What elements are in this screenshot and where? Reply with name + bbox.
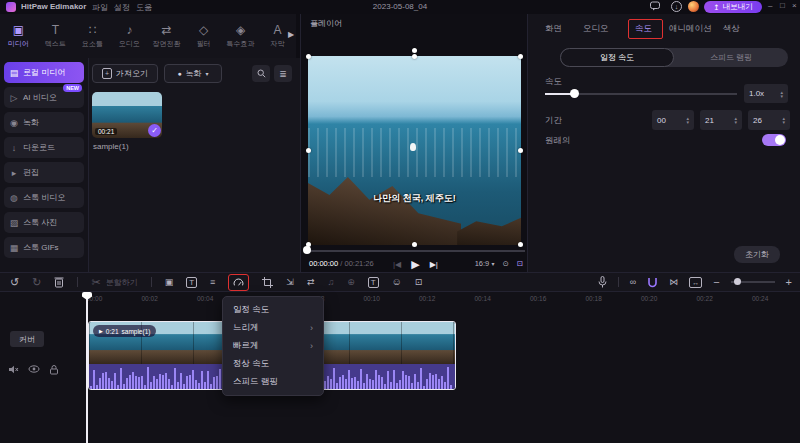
menu-item-speed-ramping[interactable]: 스피드 램핑 bbox=[223, 373, 323, 391]
speed-tool-icon[interactable] bbox=[232, 276, 245, 289]
video-canvas[interactable]: 나만의 천국, 제주도! bbox=[308, 56, 521, 245]
seek-bar[interactable] bbox=[305, 250, 525, 252]
mask-icon[interactable]: ▣ bbox=[165, 273, 174, 291]
selection-handle-tr[interactable] bbox=[518, 54, 523, 59]
duration-frames-input[interactable]: 26▴▾ bbox=[748, 110, 790, 130]
text-tool-icon[interactable]: T bbox=[186, 277, 197, 288]
mute-track-icon[interactable] bbox=[8, 364, 19, 375]
download-icon[interactable]: ↓ bbox=[671, 1, 682, 12]
text-box-icon[interactable]: T bbox=[368, 277, 379, 288]
tab-filter[interactable]: ◇필터 bbox=[185, 14, 222, 58]
sidebar-item-stock-video[interactable]: ◍스톡 비디오 bbox=[4, 187, 84, 208]
upload-frame-icon[interactable]: ⊡ bbox=[415, 273, 423, 291]
next-frame-icon[interactable]: ▶| bbox=[430, 260, 438, 269]
fullscreen-icon[interactable]: ⊡ bbox=[517, 259, 523, 268]
hide-track-icon[interactable] bbox=[28, 364, 40, 375]
face-effect-icon[interactable]: ☺ bbox=[392, 273, 402, 291]
lock-track-icon[interactable] bbox=[49, 364, 59, 375]
link-icon[interactable]: ∞ bbox=[630, 273, 636, 291]
selection-handle-mr[interactable] bbox=[518, 148, 523, 153]
split-icon[interactable]: ✂ bbox=[91, 273, 100, 291]
sidebar-item-stock-gifs[interactable]: ▦스톡 GIFs bbox=[4, 237, 84, 258]
timeline-ruler[interactable]: 00:0000:0200:0400:0600:0800:1000:1200:14… bbox=[0, 292, 800, 306]
record-button[interactable]: ●녹화▾ bbox=[164, 64, 222, 83]
stepper-down-icon[interactable]: ▾ bbox=[780, 94, 783, 98]
subtitle-tool-icon[interactable]: ≡ bbox=[210, 273, 215, 291]
tab-animation[interactable]: 애니메이션 bbox=[669, 23, 712, 35]
prev-frame-icon[interactable]: |◀ bbox=[393, 260, 401, 269]
audio-separate-icon[interactable]: ♫ bbox=[327, 273, 334, 291]
crop-icon[interactable] bbox=[262, 277, 273, 288]
sidebar-item-stock-photo[interactable]: ▨스톡 사진 bbox=[4, 212, 84, 233]
selection-handle-ml[interactable] bbox=[306, 148, 311, 153]
tab-audio[interactable]: ♪오디오 bbox=[111, 14, 148, 58]
feedback-icon[interactable] bbox=[650, 1, 663, 12]
expand-tabs-icon[interactable]: ▶ bbox=[288, 30, 294, 39]
selection-handle-bm[interactable] bbox=[412, 242, 417, 247]
undo-icon[interactable]: ↺ bbox=[10, 273, 19, 291]
tab-elements[interactable]: ∷요소들 bbox=[74, 14, 111, 58]
split-label[interactable]: 분할하기 bbox=[106, 277, 138, 288]
reset-button[interactable]: 초기화 bbox=[734, 246, 780, 263]
avatar[interactable] bbox=[688, 1, 699, 12]
tab-transition[interactable]: ⇄장면전환 bbox=[148, 14, 185, 58]
tab-effects[interactable]: ◈특수효과 bbox=[222, 14, 259, 58]
selection-handle-br[interactable] bbox=[518, 242, 523, 247]
export-button[interactable]: ↥내보내기 bbox=[704, 1, 762, 13]
tab-color[interactable]: 색상 bbox=[723, 23, 740, 35]
sidebar-item-record[interactable]: ◉녹화 bbox=[4, 112, 84, 133]
motion-track-icon[interactable]: ⊕ bbox=[347, 273, 355, 291]
cover-button[interactable]: 커버 bbox=[10, 331, 44, 347]
sidebar-item-ai-video[interactable]: ▷AI 비디오NEW bbox=[4, 87, 84, 108]
sort-icon[interactable]: ≣ bbox=[274, 65, 292, 82]
menu-settings[interactable]: 설정 bbox=[114, 2, 130, 13]
unlink-icon[interactable]: ⋈ bbox=[669, 273, 678, 291]
close-button[interactable]: × bbox=[792, 1, 797, 10]
redo-icon[interactable]: ↻ bbox=[32, 273, 41, 291]
minimize-button[interactable]: – bbox=[768, 1, 772, 10]
sidebar-item-edit[interactable]: ▸편집 bbox=[4, 162, 84, 183]
rotate-handle[interactable] bbox=[412, 48, 417, 53]
aspect-ratio-select[interactable]: 16:9 ▾ bbox=[475, 259, 495, 268]
timeline-zoom-slider[interactable] bbox=[731, 281, 775, 283]
snapshot-icon[interactable]: ⊙ bbox=[502, 259, 508, 268]
timeline[interactable]: 00:0000:0200:0400:0600:0800:1000:1200:14… bbox=[0, 292, 800, 443]
stepper-down-icon[interactable]: ▾ bbox=[782, 120, 785, 124]
mirror-icon[interactable]: ⇄ bbox=[307, 273, 315, 291]
speed-value-input[interactable]: 1.0x▴▾ bbox=[744, 84, 788, 103]
stepper-down-icon[interactable]: ▾ bbox=[686, 120, 689, 124]
menu-item-uniform-speed[interactable]: 일정 속도 bbox=[223, 301, 323, 319]
magnet-icon[interactable] bbox=[647, 277, 658, 288]
delete-icon[interactable] bbox=[54, 276, 64, 288]
mic-icon[interactable] bbox=[598, 276, 607, 288]
zoom-knob[interactable] bbox=[734, 278, 741, 285]
speed-slider-knob[interactable] bbox=[570, 89, 579, 98]
menu-item-slower[interactable]: 느리게› bbox=[223, 319, 323, 337]
tab-text[interactable]: T텍스트 bbox=[37, 14, 74, 58]
selection-handle-tl[interactable] bbox=[306, 54, 311, 59]
uniform-speed-segment[interactable]: 일정 속도 bbox=[560, 48, 674, 67]
media-clip-thumbnail[interactable]: 00:21 ✓ bbox=[92, 92, 162, 138]
stepper-icons[interactable]: ▴▾ bbox=[780, 90, 783, 98]
tab-speed[interactable]: 속도 bbox=[635, 23, 652, 35]
zoom-in-icon[interactable]: + bbox=[786, 273, 792, 291]
zoom-out-icon[interactable]: − bbox=[713, 273, 719, 291]
tab-audio-settings[interactable]: 오디오 bbox=[583, 23, 609, 35]
seek-knob[interactable] bbox=[303, 246, 311, 254]
tab-screen[interactable]: 화면 bbox=[545, 23, 562, 35]
play-icon[interactable]: ▶ bbox=[411, 258, 419, 271]
fit-timeline-icon[interactable]: ↔ bbox=[689, 277, 702, 288]
menu-help[interactable]: 도움 bbox=[136, 2, 152, 13]
sidebar-item-local-media[interactable]: ▤로컬 미디어 bbox=[4, 62, 84, 83]
subtitle-overlay[interactable]: 나만의 천국, 제주도! bbox=[308, 192, 521, 205]
stepper-icons[interactable]: ▴▾ bbox=[734, 116, 737, 124]
stepper-icons[interactable]: ▴▾ bbox=[686, 116, 689, 124]
resize-icon[interactable]: ⇲ bbox=[286, 273, 294, 291]
menu-file[interactable]: 파일 bbox=[92, 2, 108, 13]
speed-ramping-segment[interactable]: 스피드 램핑 bbox=[674, 48, 788, 67]
selection-handle-tm[interactable] bbox=[412, 54, 417, 59]
import-button[interactable]: +가져오기 bbox=[92, 64, 158, 83]
stepper-icons[interactable]: ▴▾ bbox=[782, 116, 785, 124]
duration-hours-input[interactable]: 00▴▾ bbox=[652, 110, 694, 130]
stepper-down-icon[interactable]: ▾ bbox=[734, 120, 737, 124]
